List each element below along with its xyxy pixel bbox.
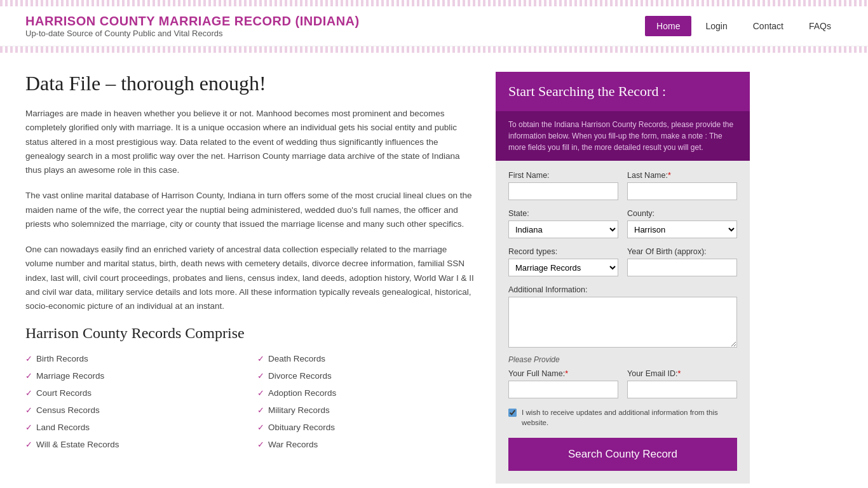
newsletter-checkbox-row: I wish to receive updates and additional…: [508, 407, 737, 428]
check-icon: ✓: [25, 440, 32, 449]
record-label: Divorce Records: [268, 371, 332, 381]
state-group: State: Indiana Alabama Alaska Arizona Ar…: [508, 209, 618, 238]
last-name-input[interactable]: [627, 182, 737, 200]
check-icon: ✓: [25, 423, 32, 432]
form-subheader: To obtain the Indiana Harrison County Re…: [496, 111, 750, 161]
state-county-row: State: Indiana Alabama Alaska Arizona Ar…: [508, 209, 737, 238]
nav-home[interactable]: Home: [645, 16, 691, 36]
newsletter-checkbox[interactable]: [508, 409, 517, 417]
record-label: Will & Estate Records: [36, 440, 119, 449]
form-body: First Name: Last Name:* State: Indiana A…: [496, 161, 750, 484]
record-label: War Records: [268, 440, 318, 449]
record-label: Death Records: [268, 354, 325, 363]
list-item: ✓ Marriage Records: [25, 369, 245, 383]
record-label: Land Records: [36, 423, 90, 432]
check-icon: ✓: [257, 423, 264, 432]
year-birth-label: Year Of Birth (approx):: [627, 247, 737, 256]
additional-info-textarea[interactable]: [508, 297, 737, 348]
check-icon: ✓: [257, 354, 264, 363]
email-label: Your Email ID:*: [627, 369, 737, 378]
records-grid: ✓ Birth Records ✓ Death Records ✓ Marria…: [25, 352, 477, 451]
list-item: ✓ Land Records: [25, 421, 245, 434]
site-title: HARRISON COUNTY MARRIAGE RECORD (INDIANA…: [25, 14, 360, 29]
list-item: ✓ Divorce Records: [257, 369, 477, 383]
check-icon: ✓: [257, 388, 264, 398]
list-item: ✓ Adoption Records: [257, 386, 477, 400]
county-group: County: Harrison Adams Allen Bartholomew…: [627, 209, 737, 238]
list-item: ✓ Military Records: [257, 403, 477, 417]
record-label: Court Records: [36, 388, 92, 398]
search-form-panel: Start Searching the Record : To obtain t…: [496, 72, 750, 484]
additional-info-label: Additional Information:: [508, 285, 737, 294]
list-item: ✓ Death Records: [257, 352, 477, 365]
nav-faqs[interactable]: FAQs: [797, 16, 843, 36]
record-label: Marriage Records: [36, 371, 104, 381]
last-name-label: Last Name:*: [627, 171, 737, 180]
main-content: Data File – thorough enough! Marriages a…: [0, 53, 868, 488]
please-provide-label: Please Provide: [508, 355, 737, 364]
first-name-group: First Name:: [508, 171, 618, 200]
newsletter-checkbox-label: I wish to receive updates and additional…: [522, 407, 737, 428]
record-label: Obituary Records: [268, 423, 335, 432]
check-icon: ✓: [25, 405, 32, 415]
name-row: First Name: Last Name:*: [508, 171, 737, 200]
check-icon: ✓: [25, 388, 32, 398]
first-name-input[interactable]: [508, 182, 618, 200]
county-select[interactable]: Harrison Adams Allen Bartholomew Benton: [627, 220, 737, 238]
last-name-group: Last Name:*: [627, 171, 737, 200]
check-icon: ✓: [25, 371, 32, 381]
check-icon: ✓: [257, 405, 264, 415]
left-content: Data File – thorough enough! Marriages a…: [25, 72, 477, 484]
main-nav: Home Login Contact FAQs: [645, 16, 843, 36]
form-header: Start Searching the Record :: [496, 72, 750, 111]
first-name-label: First Name:: [508, 171, 618, 180]
year-birth-group: Year Of Birth (approx):: [627, 247, 737, 276]
record-type-label: Record types:: [508, 247, 618, 256]
page-heading: Data File – thorough enough!: [25, 72, 477, 95]
section-heading: Harrison County Records Comprise: [25, 325, 477, 342]
record-type-group: Record types: Marriage Records Birth Rec…: [508, 247, 618, 276]
record-label: Adoption Records: [268, 388, 336, 398]
record-label: Military Records: [268, 405, 330, 415]
header: HARRISON COUNTY MARRIAGE RECORD (INDIANA…: [0, 6, 868, 46]
full-name-input[interactable]: [508, 381, 618, 398]
record-type-select[interactable]: Marriage Records Birth Records Death Rec…: [508, 259, 618, 276]
site-subtitle: Up-to-date Source of County Public and V…: [25, 29, 360, 38]
top-border: [0, 0, 868, 6]
check-icon: ✓: [257, 440, 264, 449]
nav-contact[interactable]: Contact: [742, 16, 795, 36]
record-year-row: Record types: Marriage Records Birth Rec…: [508, 247, 737, 276]
year-birth-input[interactable]: [627, 259, 737, 276]
record-label: Birth Records: [36, 354, 88, 363]
additional-info-group: Additional Information:: [508, 285, 737, 348]
intro-paragraph-2: The vast online marital database of Harr…: [25, 189, 477, 231]
list-item: ✓ Obituary Records: [257, 421, 477, 434]
state-label: State:: [508, 209, 618, 218]
list-item: ✓ War Records: [257, 438, 477, 451]
contact-row: Your Full Name:* Your Email ID:*: [508, 369, 737, 398]
intro-paragraph-3: One can nowadays easily find an enriched…: [25, 243, 477, 313]
nav-login[interactable]: Login: [694, 16, 738, 36]
list-item: ✓ Court Records: [25, 386, 245, 400]
record-label: Census Records: [36, 405, 100, 415]
bottom-border: [0, 46, 868, 53]
full-name-label: Your Full Name:*: [508, 369, 618, 378]
list-item: ✓ Census Records: [25, 403, 245, 417]
full-name-group: Your Full Name:*: [508, 369, 618, 398]
header-left: HARRISON COUNTY MARRIAGE RECORD (INDIANA…: [25, 14, 360, 38]
search-county-record-button[interactable]: Search County Record: [508, 438, 737, 471]
intro-paragraph-1: Marriages are made in heaven whether you…: [25, 107, 477, 177]
list-item: ✓ Birth Records: [25, 352, 245, 365]
list-item: ✓ Will & Estate Records: [25, 438, 245, 451]
state-select[interactable]: Indiana Alabama Alaska Arizona Arkansas …: [508, 220, 618, 238]
check-icon: ✓: [25, 354, 32, 363]
email-input[interactable]: [627, 381, 737, 398]
county-label: County:: [627, 209, 737, 218]
check-icon: ✓: [257, 371, 264, 381]
email-group: Your Email ID:*: [627, 369, 737, 398]
